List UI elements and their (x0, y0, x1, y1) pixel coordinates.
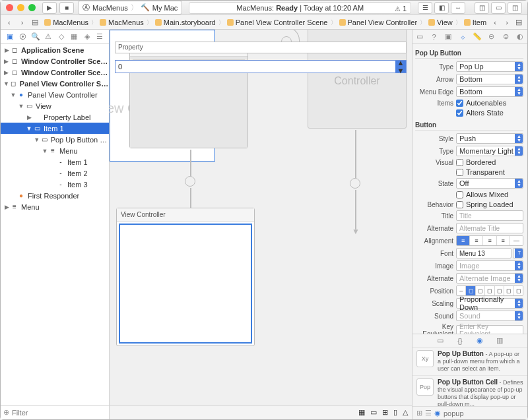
nav-forward-button[interactable]: › (16, 17, 28, 28)
editor-assistant-button[interactable]: ◧ (434, 2, 449, 14)
outline-row[interactable]: -Item 2 (1, 167, 109, 179)
bindings-inspector-tab[interactable]: ⊜ (500, 32, 511, 42)
list-view-icon[interactable]: ☰ (425, 409, 432, 417)
scaling-select[interactable]: Proportionally Down▲▼ (456, 298, 523, 309)
sound-select[interactable]: Sound▲▼ (456, 311, 523, 321)
grid-view-icon[interactable]: ⊞ (416, 409, 422, 417)
object-library-tab[interactable]: ◉ (475, 336, 485, 346)
ib-canvas[interactable]: ew Controller Window Controller Window P… (110, 30, 412, 419)
run-button[interactable]: ▶ (42, 2, 57, 14)
editor-version-button[interactable]: ↔ (451, 2, 465, 14)
spring-loaded-checkbox[interactable]: Spring Loaded (456, 200, 523, 208)
alt-title-field[interactable]: Alternate Title (456, 223, 523, 233)
segue-indicator[interactable] (350, 178, 360, 189)
media-library-tab[interactable]: ▥ (494, 336, 505, 346)
size-inspector-tab[interactable]: 📏 (472, 32, 482, 42)
canvas-pin-icon[interactable]: ⊞ (382, 408, 388, 417)
canvas-grid-icon[interactable]: ▦ (358, 408, 365, 417)
minimize-button[interactable] (17, 4, 24, 11)
arrow-select[interactable]: Bottom▲▼ (456, 74, 523, 84)
project-nav-tab[interactable]: ▣ (5, 32, 15, 42)
transparent-checkbox[interactable]: Transparent (456, 168, 523, 176)
warning-badge[interactable]: ⚠ 1 (395, 3, 407, 15)
canvas-align-icon[interactable]: ▯ (393, 408, 397, 417)
issue-nav-tab[interactable]: ⚠ (43, 32, 53, 42)
find-nav-tab[interactable]: 🔍 (30, 32, 41, 42)
outline-row[interactable]: -Item 1 (1, 156, 109, 167)
outline-row[interactable]: ▶≡Menu (1, 201, 109, 212)
scheme-selector[interactable]: Ⓐ MacMenus 〉 🔨 My Mac (78, 1, 182, 15)
navigator-filter-input[interactable] (12, 409, 106, 417)
font-field[interactable]: Menu 13 (456, 248, 512, 258)
outline-toggle-button[interactable]: ▤ (513, 17, 525, 28)
alters-state-checkbox[interactable]: Alters State (456, 109, 523, 117)
outline-row[interactable]: ▼◻Panel View Controller Scene (1, 78, 109, 89)
outline-row[interactable]: ▼▭View (1, 100, 109, 111)
outline-row[interactable]: ▶Property Label (1, 111, 109, 123)
stop-button[interactable]: ■ (59, 2, 74, 14)
key-equiv-field[interactable]: Enter Key Equivalent (456, 325, 523, 334)
prev-issue-button[interactable]: ‹ (489, 17, 501, 28)
outline-row[interactable]: ▶◻Window Controller Scene (1, 55, 109, 67)
jumpbar-item[interactable]: MacMenus (98, 18, 146, 26)
popup-button-control[interactable]: 0 ▲▼ (115, 60, 407, 73)
image-select[interactable]: Image▲▼ (456, 260, 523, 271)
btype-select[interactable]: Momentary Light▲▼ (456, 146, 523, 156)
toggle-inspector-button[interactable]: ◫ (508, 2, 522, 14)
library-filter-input[interactable] (444, 409, 527, 417)
related-items-button[interactable]: ▤ (29, 17, 41, 28)
view-controller-scene[interactable]: View Controller (116, 208, 255, 346)
breakpoint-nav-tab[interactable]: ◈ (82, 32, 92, 42)
toggle-navigator-button[interactable]: ◫ (475, 2, 489, 14)
file-template-tab[interactable]: ▭ (435, 336, 446, 346)
nav-back-button[interactable]: ‹ (3, 17, 15, 28)
jumpbar-item[interactable]: Panel View Controller Scene (225, 18, 330, 26)
type-select[interactable]: Pop Up▲▼ (456, 61, 523, 72)
attributes-inspector-tab[interactable]: ⟐ (457, 32, 468, 42)
canvas-resolve-icon[interactable]: △ (403, 408, 408, 417)
outline-row[interactable]: ▼▭Pop Up Button Cell (1, 134, 109, 145)
close-button[interactable] (6, 4, 13, 11)
font-picker-button[interactable]: T (513, 248, 523, 258)
jumpbar-item[interactable]: View (426, 18, 455, 26)
altimage-select[interactable]: Alternate Image▲▼ (456, 273, 523, 284)
outline-row[interactable]: ▼≡Menu (1, 145, 109, 156)
allows-mixed-checkbox[interactable]: Allows Mixed (456, 191, 523, 198)
toggle-debug-button[interactable]: ▭ (491, 2, 506, 14)
property-label-field[interactable]: Property (115, 42, 407, 53)
zoom-button[interactable] (28, 4, 36, 11)
jumpbar-item[interactable]: Panel View Controller (337, 18, 420, 26)
help-inspector-tab[interactable]: ? (429, 32, 440, 42)
selected-view[interactable] (119, 224, 252, 344)
title-field[interactable]: Title (456, 210, 523, 221)
library-item[interactable]: XyPop Up Button - A pop-up or a pull-dow… (412, 347, 527, 376)
bordered-checkbox[interactable]: Bordered (456, 158, 523, 166)
position-segmented[interactable]: –◻◻◻◻◻◻ (456, 285, 523, 296)
test-nav-tab[interactable]: ◇ (56, 32, 67, 42)
editor-standard-button[interactable]: ☰ (418, 2, 432, 14)
outline-row[interactable]: ▼●Panel View Controller (1, 89, 109, 100)
document-outline[interactable]: ▶◻Application Scene▶◻Window Controller S… (1, 44, 109, 405)
outline-row[interactable]: ●First Responder (1, 190, 109, 201)
code-snippet-tab[interactable]: {} (455, 336, 465, 346)
connections-inspector-tab[interactable]: ⊝ (486, 32, 497, 42)
effects-inspector-tab[interactable]: ◐ (515, 32, 525, 42)
outline-row[interactable]: ▶◻Window Controller Scene (1, 67, 109, 78)
style-select[interactable]: Push▲▼ (456, 133, 523, 144)
symbol-nav-tab[interactable]: ⦿ (17, 32, 28, 42)
alignment-segmented[interactable]: ≡≡≡≡— (456, 235, 523, 246)
segue-indicator[interactable] (185, 176, 195, 187)
state-select[interactable]: Off▲▼ (456, 178, 523, 189)
identity-inspector-tab[interactable]: ▣ (443, 32, 453, 42)
file-inspector-tab[interactable]: ▭ (414, 32, 425, 42)
next-issue-button[interactable]: › (501, 17, 513, 28)
jumpbar-item[interactable]: Main.storyboard (153, 18, 218, 26)
canvas-embed-icon[interactable]: ▭ (370, 408, 377, 417)
menuedge-select[interactable]: Bottom▲▼ (456, 86, 523, 97)
outline-row[interactable]: ▶◻Application Scene (1, 44, 109, 55)
report-nav-tab[interactable]: ☰ (94, 32, 105, 42)
autoenables-checkbox[interactable]: Autoenables (456, 99, 523, 107)
jumpbar-item[interactable]: MacMenus (42, 18, 90, 26)
outline-row[interactable]: ▼▭Item 1 (1, 123, 109, 134)
outline-row[interactable]: -Item 3 (1, 179, 109, 190)
